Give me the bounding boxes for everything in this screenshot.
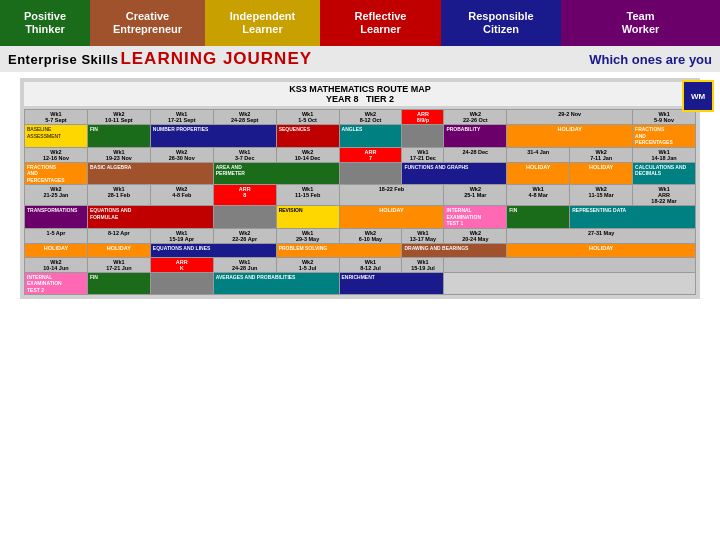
wk-header: Wk212-16 Nov <box>25 147 88 162</box>
wk-header: Wk15-7 Sept <box>25 110 88 125</box>
wk-header: Wk113-17 May <box>402 228 444 243</box>
revision-cell: REVISION <box>276 206 339 229</box>
ks3-title: KS3 MATHEMATICS ROUTE MAPYEAR 8 TIER 2 <box>24 82 696 106</box>
tab-independent[interactable]: IndependentLearner <box>205 0 320 46</box>
transformations-cell: TRANSFORMATIONS <box>25 206 88 229</box>
wk-header: Wk13-7 Dec <box>213 147 276 162</box>
empty-cell <box>402 125 444 148</box>
number-properties-cell: NUMBER PROPERTIES <box>150 125 276 148</box>
wk-header: Wk1ARR18-22 Mar <box>633 185 696 206</box>
tab-reflective-label: Reflective Learner <box>355 10 407 36</box>
wk-header: 29-2 Nov <box>507 110 633 125</box>
arr-cell-2: ARR7 <box>339 147 402 162</box>
week-header-row-5: Wk210-14 Jun Wk117-21 Jun ARRK Wk124-28 … <box>25 257 696 272</box>
banner-which: Which ones are you <box>589 52 712 67</box>
wk-header: Wk210-11 Sept <box>87 110 150 125</box>
banner: Enterprise Skills LEARNING JOURNEY Which… <box>0 46 720 72</box>
content-row-1: BASELINEASSESSMENT FIN NUMBER PROPERTIES… <box>25 125 696 148</box>
wk-header: Wk18-12 Jul <box>339 257 402 272</box>
wm-logo: WM <box>682 80 714 112</box>
functions-cell: FUNCTIONS AND GRAPHS <box>402 162 507 185</box>
wk-header: Wk14-8 Mar <box>507 185 570 206</box>
holiday-cell-5: HOLIDAY <box>25 243 88 257</box>
wk-header: Wk28-12 Oct <box>339 110 402 125</box>
wk-header: Wk119-23 Nov <box>87 147 150 162</box>
baseline-cell: BASELINEASSESSMENT <box>25 125 88 148</box>
wk-header: 1-5 Apr <box>25 228 88 243</box>
wk-header: Wk222-26 Oct <box>444 110 507 125</box>
wk-header: Wk220-24 May <box>444 228 507 243</box>
sequences-cell: SEQUENCES <box>276 125 339 148</box>
empty-cell-2 <box>339 162 402 185</box>
wk-header: Wk115-19 Jul <box>402 257 444 272</box>
wk-header: Wk111-15 Feb <box>276 185 339 206</box>
empty-cell-3 <box>213 206 276 229</box>
wk-header: Wk114-18 Jan <box>633 147 696 162</box>
week-header-row-4: 1-5 Apr 8-12 Apr Wk115-19 Apr Wk222-26 A… <box>25 228 696 243</box>
basic-algebra-cell: BASIC ALGEBRA <box>87 162 213 185</box>
holiday-cell-7: HOLIDAY <box>507 243 696 257</box>
holiday-cell-1: HOLIDAY <box>507 125 633 148</box>
main-content: KS3 MATHEMATICS ROUTE MAPYEAR 8 TIER 2 W… <box>0 72 720 540</box>
fin-cell-2: FIN <box>507 206 570 229</box>
area-cell: AREA ANDPERIMETER <box>213 162 339 185</box>
equations-lines-cell: EQUATIONS AND LINES <box>150 243 276 257</box>
representing-cell: REPRESENTING DATA <box>570 206 696 229</box>
tab-creative[interactable]: CreativeEntrepreneur <box>90 0 205 46</box>
wk-header: 24-28 Dec <box>444 147 507 162</box>
wk-header: Wk21-5 Jul <box>276 257 339 272</box>
wk-header: 27-31 May <box>507 228 696 243</box>
tab-responsible-label: ResponsibleCitizen <box>468 10 533 36</box>
fractions2-cell: FRACTIONSANDPERCENTAGES <box>25 162 88 185</box>
wk-header: Wk210-14 Dec <box>276 147 339 162</box>
enrichment-cell: ENRICHMENT <box>339 272 444 295</box>
arr-cell-4: ARRK <box>150 257 213 272</box>
content-row-2: FRACTIONSANDPERCENTAGES BASIC ALGEBRA AR… <box>25 162 696 185</box>
holiday-cell-4: HOLIDAY <box>339 206 444 229</box>
tab-team[interactable]: Team Worker <box>561 0 720 46</box>
week-header-row-3: Wk221-25 Jan Wk128-1 Feb Wk24-8 Feb ARR8… <box>25 185 696 206</box>
calculations-cell: CALCULATIONS ANDDECIMALS <box>633 162 696 185</box>
tab-independent-label: IndependentLearner <box>230 10 295 36</box>
fractions-cell: FRACTIONSANDPERCENTAGES <box>633 125 696 148</box>
problem-solving-cell: PROBLEM SOLVING <box>276 243 402 257</box>
week-header-row-2: Wk212-16 Nov Wk119-23 Nov Wk226-30 Nov W… <box>25 147 696 162</box>
content-row-3: TRANSFORMATIONS EQUATIONS ANDFORMULAE RE… <box>25 206 696 229</box>
tab-positive-label: Positive Thinker <box>24 10 66 36</box>
averages-cell: AVERAGES AND PROBABILITIES <box>213 272 339 295</box>
wk-header: Wk210-14 Jun <box>25 257 88 272</box>
banner-journey: LEARNING JOURNEY <box>120 49 312 69</box>
content-row-4: HOLIDAY HOLIDAY EQUATIONS AND LINES PROB… <box>25 243 696 257</box>
tab-positive[interactable]: Positive Thinker <box>0 0 90 46</box>
wk-header: Wk115-19 Apr <box>150 228 213 243</box>
wk-header: Wk226-30 Nov <box>150 147 213 162</box>
wk-header: Wk11-5 Oct <box>276 110 339 125</box>
wk-header: Wk117-21 Jun <box>87 257 150 272</box>
wk-header: Wk128-1 Feb <box>87 185 150 206</box>
wk-header: Wk27-11 Jan <box>570 147 633 162</box>
tab-responsible[interactable]: ResponsibleCitizen <box>441 0 561 46</box>
equations-cell: EQUATIONS ANDFORMULAE <box>87 206 213 229</box>
angles-cell: ANGLES <box>339 125 402 148</box>
tab-reflective[interactable]: Reflective Learner <box>320 0 441 46</box>
logo-text: WM <box>691 92 705 101</box>
banner-enterprise: Enterprise Skills <box>8 52 118 67</box>
internal-exam-cell: INTERNALEXAMINATIONTEST 1 <box>444 206 507 229</box>
content-row-5: INTERNALEXAMINATIONTEST 2 FIN AVERAGES A… <box>25 272 696 295</box>
wk-header: Wk24-8 Feb <box>150 185 213 206</box>
wk-header: 18-22 Feb <box>339 185 444 206</box>
empty-cell-4 <box>150 272 213 295</box>
route-map-table: Wk15-7 Sept Wk210-11 Sept Wk117-21 Sept … <box>24 109 696 295</box>
wk-header <box>444 257 696 272</box>
fin-cell-3: FIN <box>87 272 150 295</box>
holiday-cell-2: HOLIDAY <box>507 162 570 185</box>
ks3-container: KS3 MATHEMATICS ROUTE MAPYEAR 8 TIER 2 W… <box>20 78 700 299</box>
wk-header: 8-12 Apr <box>87 228 150 243</box>
empty-end <box>444 272 696 295</box>
wk-header: Wk225-1 Mar <box>444 185 507 206</box>
probability-cell: PROBABILITY <box>444 125 507 148</box>
wk-header: Wk124-28 Jun <box>213 257 276 272</box>
tab-creative-label: CreativeEntrepreneur <box>113 10 182 36</box>
wk-header: 31-4 Jan <box>507 147 570 162</box>
drawing-bearings-cell: DRAWING AND BEARINGS <box>402 243 507 257</box>
